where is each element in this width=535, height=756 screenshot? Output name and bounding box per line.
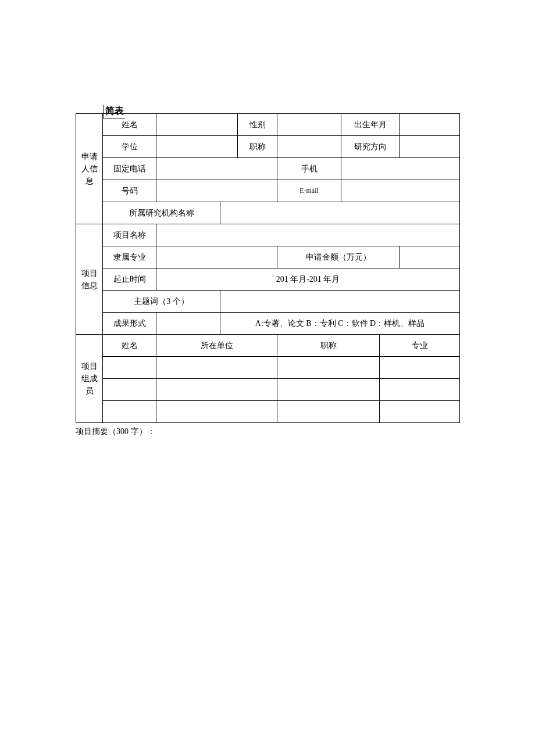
- value-birth-date[interactable]: [400, 114, 460, 136]
- value-name[interactable]: [156, 114, 238, 136]
- member-major[interactable]: [380, 401, 460, 423]
- member-name[interactable]: [103, 379, 156, 401]
- label-research-direction: 研究方向: [341, 136, 400, 158]
- member-title[interactable]: [277, 401, 380, 423]
- label-keywords: 主题词（3 个）: [103, 291, 220, 313]
- value-phone-fixed[interactable]: [156, 158, 277, 180]
- label-project-name: 项目名称: [103, 224, 156, 246]
- value-number[interactable]: [156, 180, 277, 202]
- member-major[interactable]: [380, 379, 460, 401]
- members-header-unit: 所在单位: [156, 335, 277, 357]
- label-birth-date: 出生年月: [341, 114, 400, 136]
- applicant-section-label: 申请人信息: [76, 114, 103, 224]
- abstract-label: 项目摘要（300 字）：: [76, 427, 459, 437]
- label-duration: 起止时间: [103, 268, 156, 291]
- value-degree[interactable]: [156, 136, 238, 158]
- value-research-direction[interactable]: [400, 136, 460, 158]
- value-amount[interactable]: [400, 246, 460, 268]
- members-header-name: 姓名: [103, 335, 156, 357]
- document-container: 简表 申请人信息 姓名 性别 出生年月 学位: [76, 113, 459, 437]
- value-phone-mobile[interactable]: [341, 158, 460, 180]
- project-section-label: 项目信息: [76, 224, 103, 335]
- member-major[interactable]: [380, 357, 460, 379]
- value-output-form-code[interactable]: [156, 313, 220, 335]
- members-header-title: 职称: [277, 335, 380, 357]
- form-table: 申请人信息 姓名 性别 出生年月 学位 职称 研究方向 固定电话 手机 号码 E…: [76, 113, 460, 423]
- label-institution: 所属研究机构名称: [103, 202, 220, 224]
- value-project-name[interactable]: [156, 224, 460, 246]
- value-gender[interactable]: [277, 114, 341, 136]
- label-phone-mobile: 手机: [277, 158, 341, 180]
- table-row: [76, 401, 460, 423]
- value-email[interactable]: [341, 180, 460, 202]
- label-amount: 申请金额（万元）: [277, 246, 400, 268]
- value-duration[interactable]: 201 年月-201 年月: [156, 268, 460, 291]
- members-header-major: 专业: [380, 335, 460, 357]
- value-institution[interactable]: [220, 202, 460, 224]
- title-fragment: 简表: [104, 105, 125, 119]
- label-gender: 性别: [238, 114, 277, 136]
- value-title[interactable]: [277, 136, 341, 158]
- member-name[interactable]: [103, 357, 156, 379]
- label-title: 职称: [238, 136, 277, 158]
- label-output-form: 成果形式: [103, 313, 156, 335]
- label-phone-fixed: 固定电话: [103, 158, 156, 180]
- member-unit[interactable]: [156, 401, 277, 423]
- member-title[interactable]: [277, 379, 380, 401]
- member-name[interactable]: [103, 401, 156, 423]
- members-section-label: 项目组成员: [76, 335, 103, 423]
- member-unit[interactable]: [156, 357, 277, 379]
- table-row: [76, 357, 460, 379]
- label-email: E-mail: [277, 180, 341, 202]
- table-row: [76, 379, 460, 401]
- label-major: 隶属专业: [103, 246, 156, 268]
- value-major[interactable]: [156, 246, 277, 268]
- value-output-form-options: A:专著、论文 B：专利 C：软件 D：样机、样品: [220, 313, 460, 335]
- member-unit[interactable]: [156, 379, 277, 401]
- label-degree: 学位: [103, 136, 156, 158]
- member-title[interactable]: [277, 357, 380, 379]
- label-number: 号码: [103, 180, 156, 202]
- value-keywords[interactable]: [220, 291, 460, 313]
